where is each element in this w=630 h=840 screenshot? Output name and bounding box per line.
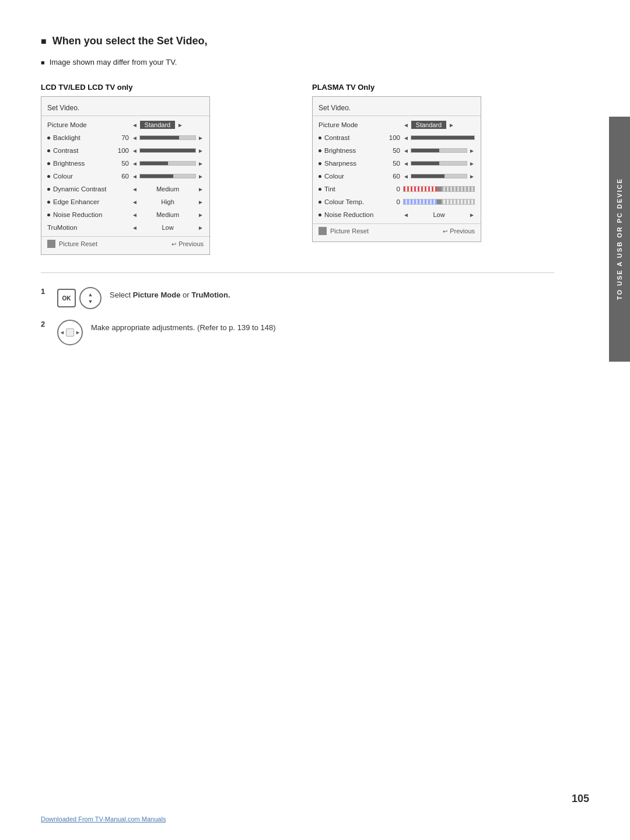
plasma-noise-right[interactable]: ► xyxy=(469,212,475,218)
lcd-picture-mode-value: Standard xyxy=(140,121,175,129)
lcd-previous-label: Previous xyxy=(178,240,204,247)
plasma-row-colour: Colour 60 ◄ ► xyxy=(313,170,481,183)
lcd-picture-reset-label: Picture Reset xyxy=(59,240,97,247)
instruction-text-2: Make appropriate adjustments. (Refer to … xyxy=(91,320,276,334)
plasma-picture-mode-left[interactable]: ◄ xyxy=(403,122,409,128)
lcd-edge-enhancer-value: High xyxy=(140,198,195,205)
plasma-previous-label: Previous xyxy=(450,228,475,235)
plasma-colour-slider xyxy=(411,174,467,178)
lcd-colour-right[interactable]: ► xyxy=(198,173,204,180)
plasma-brightness-slider xyxy=(411,148,467,153)
plasma-picture-reset-label: Picture Reset xyxy=(330,228,369,235)
plasma-menu-header: Set Video. xyxy=(313,102,481,116)
step-number-2: 2 xyxy=(41,320,49,328)
plasma-row-tint: Tint 0 xyxy=(313,183,481,195)
lcd-menu-footer: Picture Reset ↩ Previous xyxy=(41,236,209,250)
lcd-edge-enhancer-right[interactable]: ► xyxy=(198,199,204,205)
lcd-panel-title: LCD TV/LED LCD TV only xyxy=(41,83,283,92)
lcd-picture-mode-left-arrow[interactable]: ◄ xyxy=(132,122,138,128)
plasma-row-noise-reduction: Noise Reduction ◄ Low ► xyxy=(313,208,481,221)
plasma-sharpness-left[interactable]: ◄ xyxy=(403,160,409,167)
lcd-menu-box: Set Video. Picture Mode ◄ Standard ► Bac… xyxy=(41,96,210,255)
lcd-picture-mode-right-arrow[interactable]: ► xyxy=(177,122,183,128)
lcd-contrast-right[interactable]: ► xyxy=(198,148,204,154)
lcd-row-picture-mode: Picture Mode ◄ Standard ► xyxy=(41,118,209,131)
nav-alldirection-icon: ◄ ► xyxy=(57,320,83,345)
plasma-row-brightness: Brightness 50 ◄ ► xyxy=(313,144,481,157)
lcd-brightness-left[interactable]: ◄ xyxy=(132,160,138,167)
lcd-panel-section: LCD TV/LED LCD TV only Set Video. Pictur… xyxy=(41,83,283,255)
plasma-noise-left[interactable]: ◄ xyxy=(403,212,409,218)
instruction-text-1: Select Picture Mode or TruMotion. xyxy=(110,287,230,301)
plasma-tint-bar xyxy=(403,186,475,192)
lcd-row-dynamic-contrast: Dynamic Contrast ◄ Medium ► xyxy=(41,183,209,195)
lcd-backlight-left[interactable]: ◄ xyxy=(132,135,138,141)
section-divider xyxy=(41,272,554,273)
lcd-dyn-contrast-right[interactable]: ► xyxy=(198,186,204,192)
plasma-row-picture-mode: Picture Mode ◄ Standard ► xyxy=(313,118,481,131)
plasma-sharpness-slider xyxy=(411,161,467,166)
plasma-colour-temp-bar xyxy=(403,199,475,205)
side-label: TO USE A USB OR PC DEVICE xyxy=(609,117,630,362)
plasma-row-sharpness: Sharpness 50 ◄ ► xyxy=(313,157,481,170)
plasma-contrast-left[interactable]: ◄ xyxy=(403,135,409,141)
main-heading: When you select the Set Video, xyxy=(41,35,554,47)
lcd-trumotion-value: Low xyxy=(140,224,195,231)
instructions-section: 1 OK ▲ ▼ Select Picture Mode or TruMotio… xyxy=(41,287,554,345)
lcd-row-noise-reduction: Noise Reduction ◄ Medium ► xyxy=(41,208,209,221)
lcd-colour-slider xyxy=(139,174,196,178)
plasma-picture-mode-right[interactable]: ► xyxy=(449,122,454,128)
lcd-backlight-right[interactable]: ► xyxy=(198,135,204,141)
lcd-noise-right[interactable]: ► xyxy=(198,212,204,218)
plasma-row-colour-temp: Colour Temp. 0 xyxy=(313,195,481,208)
lcd-reset-icon xyxy=(47,240,55,248)
lcd-trumotion-right[interactable]: ► xyxy=(198,225,204,231)
plasma-menu-box: Set Video. Picture Mode ◄ Standard ► Con… xyxy=(312,96,481,242)
lcd-menu-header: Set Video. xyxy=(41,102,209,116)
lcd-noise-left[interactable]: ◄ xyxy=(132,212,138,218)
lcd-colour-left[interactable]: ◄ xyxy=(132,173,138,180)
lcd-row-edge-enhancer: Edge Enhancer ◄ High ► xyxy=(41,195,209,208)
lcd-contrast-left[interactable]: ◄ xyxy=(132,148,138,154)
plasma-picture-mode-value: Standard xyxy=(411,121,446,129)
plasma-noise-value: Low xyxy=(411,211,467,218)
lcd-dyn-contrast-value: Medium xyxy=(140,186,195,192)
lcd-trumotion-left[interactable]: ◄ xyxy=(132,225,138,231)
plasma-reset-icon xyxy=(318,227,327,235)
lcd-prev-icon: ↩ xyxy=(172,241,176,247)
plasma-brightness-left[interactable]: ◄ xyxy=(403,148,409,154)
footer-link[interactable]: Downloaded From TV-Manual.com Manuals xyxy=(41,816,166,822)
plasma-contrast-slider xyxy=(411,135,475,140)
lcd-edge-enhancer-left[interactable]: ◄ xyxy=(132,199,138,205)
plasma-row-contrast: Contrast 100 ◄ xyxy=(313,131,481,144)
lcd-row-backlight: Backlight 70 ◄ ► xyxy=(41,131,209,144)
instruction-row-1: 1 OK ▲ ▼ Select Picture Mode or TruMotio… xyxy=(41,287,554,309)
plasma-sharpness-right[interactable]: ► xyxy=(469,160,475,167)
ok-button-icon: OK xyxy=(57,289,76,307)
lcd-brightness-right[interactable]: ► xyxy=(198,160,204,167)
lcd-brightness-slider xyxy=(139,161,196,166)
lcd-backlight-slider xyxy=(139,135,196,140)
lcd-row-colour: Colour 60 ◄ ► xyxy=(41,170,209,183)
lcd-noise-value: Medium xyxy=(140,211,195,218)
center-square-icon xyxy=(66,328,74,337)
nav-updown-icon: ▲ ▼ xyxy=(79,287,102,309)
plasma-colour-right[interactable]: ► xyxy=(469,173,475,180)
sub-note: Image shown may differ from your TV. xyxy=(41,58,554,66)
side-label-text: TO USE A USB OR PC DEVICE xyxy=(616,178,623,300)
lcd-dyn-contrast-left[interactable]: ◄ xyxy=(132,186,138,192)
lcd-row-trumotion: TruMotion ◄ Low ► xyxy=(41,221,209,234)
remote-icons-1: OK ▲ ▼ xyxy=(57,287,102,309)
step-number-1: 1 xyxy=(41,287,49,296)
plasma-brightness-right[interactable]: ► xyxy=(469,148,475,154)
lcd-row-contrast: Contrast 100 ◄ ► xyxy=(41,144,209,157)
lcd-contrast-slider xyxy=(139,148,196,153)
plasma-panel-title: PLASMA TV Only xyxy=(312,83,554,92)
panels-row: LCD TV/LED LCD TV only Set Video. Pictur… xyxy=(41,83,554,255)
instruction-row-2: 2 ◄ ► Make appropriate adjustments. (Ref… xyxy=(41,320,554,345)
lcd-row-brightness: Brightness 50 ◄ ► xyxy=(41,157,209,170)
plasma-panel-section: PLASMA TV Only Set Video. Picture Mode ◄… xyxy=(312,83,554,255)
plasma-menu-footer: Picture Reset ↩ Previous xyxy=(313,223,481,237)
page-number: 105 xyxy=(572,793,589,805)
plasma-colour-left[interactable]: ◄ xyxy=(403,173,409,180)
